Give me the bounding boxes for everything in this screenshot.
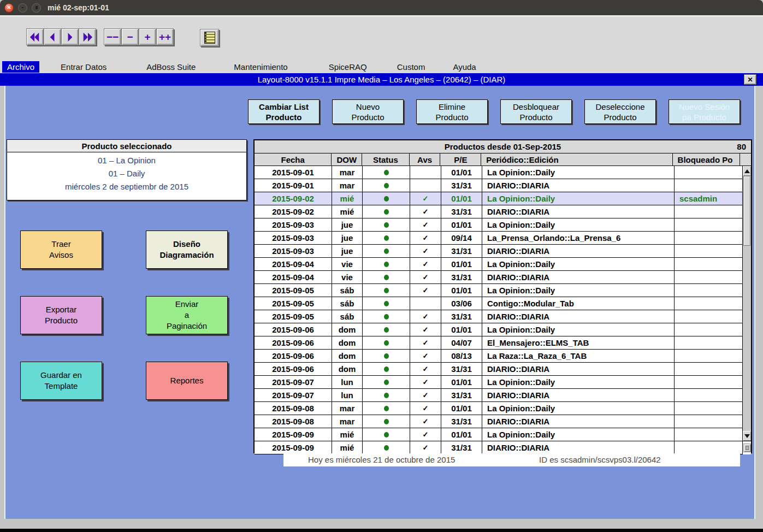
window-maximize-button[interactable] <box>32 3 41 13</box>
exportar-producto-button[interactable]: Exportar Producto <box>20 296 102 334</box>
table-row-22[interactable]: 2015-09-09mié✓31/31DIARIO::DIARIA <box>255 441 742 454</box>
check-icon: ✓ <box>423 221 429 228</box>
status-dot-icon <box>384 353 389 359</box>
app-close-button[interactable]: ✕ <box>744 74 756 85</box>
desbloquear-producto-button[interactable]: Desbloquear Producto <box>500 99 572 124</box>
nuevo-sesión-pa-producto-button[interactable]: Nuevo Sesión pa Producto <box>669 99 740 124</box>
menu-item-archivo[interactable]: Archivo <box>2 61 39 73</box>
cell-fecha: 2015-09-07 <box>255 376 332 388</box>
list-report-button[interactable] <box>200 29 219 46</box>
cell-bloqueado <box>675 218 742 231</box>
decrease-icon: − <box>127 32 133 42</box>
go-next-button[interactable] <box>61 28 79 45</box>
cell-bloqueado <box>675 323 742 336</box>
status-dot-icon <box>384 301 389 306</box>
cell-fecha: 2015-09-07 <box>255 389 332 401</box>
cell-bloqueado: scsadmin <box>675 192 742 205</box>
selected-product-line-3: miércoles 2 de septiembr de 2015 <box>7 180 246 193</box>
go-first-button[interactable] <box>26 28 44 45</box>
cambiar-list-producto-button[interactable]: Cambiar List Producto <box>248 99 320 124</box>
cell-pe: 31/31 <box>441 441 482 454</box>
table-row-4[interactable]: 2015-09-02mié✓31/31DIARIO::DIARIA <box>255 205 742 218</box>
reportes-button[interactable]: Reportes <box>146 362 228 400</box>
guardar-en-template-button[interactable]: Guardar en Template <box>20 362 102 400</box>
table-row-11[interactable]: 2015-09-05sáb03/06Contigo::Modular_Tab <box>255 297 742 310</box>
main-area: Cambiar List ProductoNuevo ProductoElimi… <box>0 86 763 529</box>
cell-bloqueado <box>675 376 742 388</box>
table-row-6[interactable]: 2015-09-03jue✓09/14La_Prensa_Orlando::La… <box>255 232 742 245</box>
increase-button[interactable]: + <box>139 28 156 45</box>
scroll-thumb[interactable] <box>743 176 750 246</box>
decrease-button[interactable]: − <box>121 28 139 45</box>
table-row-19[interactable]: 2015-09-08mar✓01/01La Opinion::Daily <box>255 402 742 415</box>
cell-bloqueado <box>675 166 742 179</box>
cell-avs: ✓ <box>410 271 441 283</box>
diseño-diagramación-button[interactable]: Diseño Diagramación <box>146 230 228 269</box>
traer-avisos-button[interactable]: Traer Avisos <box>20 230 102 269</box>
elimine-producto-button[interactable]: Elimine Producto <box>416 99 488 124</box>
table-row-20[interactable]: 2015-09-08mar✓31/31DIARIO::DIARIA <box>255 415 742 428</box>
menu-item-spiceraq[interactable]: SpiceRAQ <box>324 61 372 73</box>
products-table-title: Productos desde 01-Sep-2015 <box>255 142 751 151</box>
resize-grip[interactable] <box>743 444 751 452</box>
table-row-21[interactable]: 2015-09-09mié✓01/01La Opinion::Daily <box>255 428 742 441</box>
cell-status <box>363 310 410 323</box>
cell-edicion: DIARIO::DIARIA <box>482 179 675 192</box>
check-icon: ✓ <box>423 444 429 451</box>
table-row-2[interactable]: 2015-09-01mar31/31DIARIO::DIARIA <box>255 179 742 192</box>
table-row-7[interactable]: 2015-09-03jue✓31/31DIARIO::DIARIA <box>255 245 742 258</box>
check-icon: ✓ <box>423 313 429 320</box>
table-row-12[interactable]: 2015-09-05sáb✓31/31DIARIO::DIARIA <box>255 310 742 323</box>
cell-bloqueado <box>675 336 742 349</box>
cell-fecha: 2015-09-05 <box>255 297 332 310</box>
deseleccione-producto-button[interactable]: Deseleccione Producto <box>584 99 656 124</box>
table-row-1[interactable]: 2015-09-01mar01/01La Opinion::Daily <box>255 166 742 179</box>
go-last-icon <box>82 32 93 43</box>
nuevo-producto-button[interactable]: Nuevo Producto <box>332 99 404 124</box>
table-row-17[interactable]: 2015-09-07lun✓01/01La Opinion::Daily <box>255 376 742 389</box>
menu-item-mantenimiento[interactable]: Mantenimiento <box>229 61 292 73</box>
scroll-down-button[interactable] <box>743 431 751 441</box>
menu-item-entrar-datos[interactable]: Entrar Datos <box>56 61 111 73</box>
cell-edicion: DIARIO::DIARIA <box>482 245 675 257</box>
cell-edicion: La Opinion::Daily <box>482 323 675 336</box>
table-row-18[interactable]: 2015-09-07lun✓31/31DIARIO::DIARIA <box>255 389 742 402</box>
table-row-14[interactable]: 2015-09-06dom✓04/07El_Mensajero::ELMS_TA… <box>255 336 742 350</box>
menu-item-custom[interactable]: Custom <box>392 61 430 73</box>
menu-item-ayuda[interactable]: Ayuda <box>448 61 481 73</box>
cell-bloqueado <box>675 297 742 310</box>
go-previous-button[interactable] <box>44 28 61 45</box>
table-row-16[interactable]: 2015-09-06dom✓31/31DIARIO::DIARIA <box>255 363 742 376</box>
menu-item-adboss-suite[interactable]: AdBoss Suite <box>141 61 200 73</box>
cell-avs: ✓ <box>410 205 441 218</box>
status-dot-icon <box>384 249 389 254</box>
go-last-button[interactable] <box>79 28 96 45</box>
cell-bloqueado <box>675 179 742 192</box>
scroll-trough[interactable] <box>743 246 751 431</box>
status-dot-icon <box>384 432 389 438</box>
cell-fecha: 2015-09-01 <box>255 179 332 192</box>
increase-fast-button[interactable]: ++ <box>156 28 174 45</box>
cell-status <box>363 205 410 218</box>
table-row-8[interactable]: 2015-09-04vie✓01/01La Opinion::Daily <box>255 258 742 271</box>
window-title: mié 02-sep:01-01 <box>48 3 109 12</box>
table-row-3[interactable]: 2015-09-02mié✓01/01La Opinion::Dailyscsa… <box>255 192 742 205</box>
table-row-5[interactable]: 2015-09-03jue✓01/01La Opinion::Daily <box>255 218 742 232</box>
table-row-9[interactable]: 2015-09-04vie✓31/31DIARIO::DIARIA <box>255 271 742 284</box>
decrease-fast-button[interactable]: −− <box>104 28 121 45</box>
status-dot-icon <box>384 327 389 333</box>
cell-fecha: 2015-09-02 <box>255 192 332 205</box>
table-row-13[interactable]: 2015-09-06dom✓01/01La Opinion::Daily <box>255 323 742 336</box>
cell-status <box>363 179 410 192</box>
enviar-a-paginación-button[interactable]: Enviar a Paginación <box>146 296 228 334</box>
window-close-button[interactable]: ✕ <box>4 3 14 13</box>
cell-avs: ✓ <box>410 363 441 375</box>
table-row-10[interactable]: 2015-09-05sáb✓01/01La Opinion::Daily <box>255 284 742 297</box>
scroll-up-button[interactable] <box>743 166 751 176</box>
cell-bloqueado <box>675 402 742 415</box>
window-minimize-button[interactable] <box>18 3 27 13</box>
cell-status <box>363 428 410 441</box>
size-button-group: −−−+++ <box>104 28 174 45</box>
table-row-15[interactable]: 2015-09-06dom✓08/13La Raza::La_Raza_6_TA… <box>255 350 742 363</box>
check-icon: ✓ <box>423 352 429 359</box>
